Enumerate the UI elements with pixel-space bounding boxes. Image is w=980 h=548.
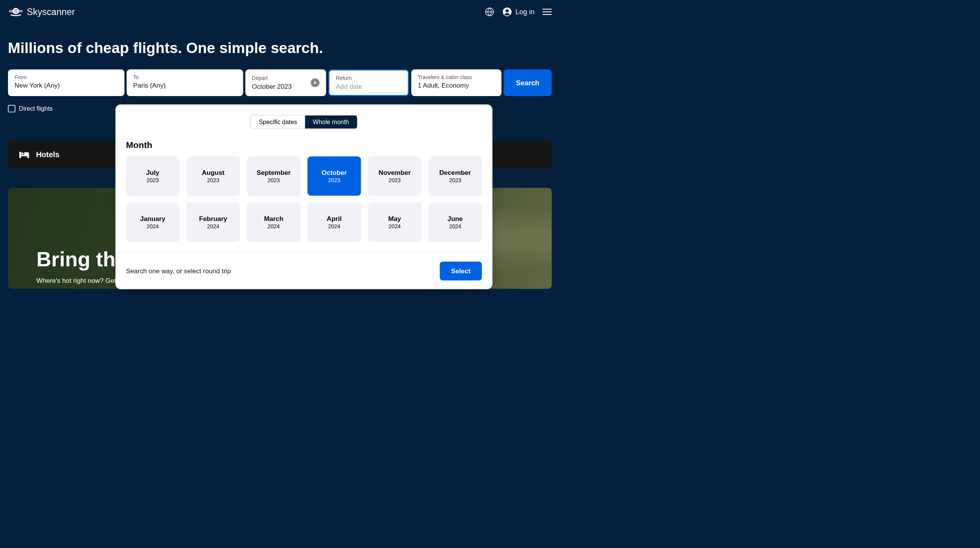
depart-label: Depart <box>252 75 292 81</box>
month-year: 2023 <box>251 177 296 184</box>
month-year: 2024 <box>191 223 236 230</box>
month-option[interactable]: July2023 <box>126 156 179 196</box>
month-option[interactable]: November2023 <box>368 156 421 196</box>
month-option[interactable]: February2024 <box>186 203 240 242</box>
travelers-field[interactable]: Travelers & cabin class 1 Adult, Economy <box>411 69 502 96</box>
search-button[interactable]: Search <box>504 69 552 96</box>
svg-point-7 <box>21 153 23 155</box>
bed-icon <box>19 151 29 159</box>
month-option[interactable]: October2023 <box>307 156 361 196</box>
depart-value: October 2023 <box>252 83 292 90</box>
month-option[interactable]: January2024 <box>126 203 179 242</box>
return-field[interactable]: Return Add date <box>328 69 409 96</box>
login-button[interactable]: Log in <box>502 7 535 17</box>
month-year: 2024 <box>130 223 175 230</box>
brand-name: Skyscanner <box>27 7 75 17</box>
tab-whole-month[interactable]: Whole month <box>305 115 357 128</box>
month-name: January <box>130 215 175 223</box>
month-year: 2024 <box>433 223 477 230</box>
month-option[interactable]: May2024 <box>368 203 421 242</box>
header-actions: Log in <box>485 7 551 17</box>
month-year: 2024 <box>372 223 417 230</box>
globe-icon[interactable] <box>485 7 494 17</box>
footer-hint: Search one way, or select round trip <box>126 267 231 274</box>
clear-depart-icon[interactable] <box>311 78 319 87</box>
depart-field[interactable]: Depart October 2023 <box>245 69 326 96</box>
month-year: 2023 <box>312 177 356 184</box>
month-name: June <box>433 215 477 223</box>
from-field[interactable]: From New York (Any) <box>8 69 125 96</box>
skyscanner-logo-icon <box>8 7 24 17</box>
hotels-label: Hotels <box>36 150 60 159</box>
svg-point-3 <box>505 9 508 12</box>
month-option[interactable]: June2024 <box>429 203 482 242</box>
to-label: To <box>133 74 237 80</box>
month-grid: July2023August2023September2023October20… <box>115 156 492 252</box>
month-name: July <box>130 169 175 176</box>
page-title: Millions of cheap flights. One simple se… <box>0 24 560 70</box>
from-label: From <box>15 74 118 80</box>
direct-flights-label: Direct flights <box>19 105 53 112</box>
travelers-label: Travelers & cabin class <box>418 74 495 80</box>
month-name: March <box>251 215 296 223</box>
tab-specific-dates[interactable]: Specific dates <box>251 115 305 128</box>
month-name: February <box>191 215 236 223</box>
promo-title: Bring the <box>37 247 127 271</box>
svg-rect-6 <box>27 155 29 158</box>
login-label: Log in <box>515 8 535 16</box>
month-option[interactable]: September2023 <box>247 156 301 196</box>
month-name: August <box>191 169 236 176</box>
from-value: New York (Any) <box>15 81 118 89</box>
logo[interactable]: Skyscanner <box>8 7 75 17</box>
direct-flights-checkbox[interactable] <box>8 105 15 112</box>
month-year: 2023 <box>372 177 417 184</box>
return-placeholder: Add date <box>336 83 401 90</box>
return-label: Return <box>336 75 401 81</box>
month-name: December <box>433 169 477 176</box>
datepicker-popup: Specific dates Whole month Month July202… <box>115 105 492 289</box>
month-option[interactable]: December2023 <box>429 156 482 196</box>
select-button[interactable]: Select <box>440 262 482 281</box>
header: Skyscanner Log in <box>0 0 560 24</box>
to-value: Paris (Any) <box>133 81 237 89</box>
datepicker-footer: Search one way, or select round trip Sel… <box>115 252 492 289</box>
month-name: April <box>312 215 356 223</box>
month-year: 2023 <box>433 177 477 184</box>
month-name: October <box>312 169 356 176</box>
month-option[interactable]: August2023 <box>186 156 240 196</box>
month-option[interactable]: April2024 <box>307 203 361 242</box>
menu-icon[interactable] <box>543 9 552 15</box>
user-icon <box>502 7 512 17</box>
to-field[interactable]: To Paris (Any) <box>126 69 243 96</box>
month-option[interactable]: March2024 <box>247 203 301 242</box>
month-year: 2023 <box>191 177 236 184</box>
date-mode-tabs: Specific dates Whole month <box>115 105 492 136</box>
month-name: September <box>251 169 296 176</box>
search-form: From New York (Any) To Paris (Any) Depar… <box>0 69 560 100</box>
month-name: November <box>372 169 417 176</box>
month-year: 2023 <box>130 177 175 184</box>
month-section-title: Month <box>115 136 492 156</box>
travelers-value: 1 Adult, Economy <box>418 81 495 89</box>
month-year: 2024 <box>251 223 296 230</box>
month-year: 2024 <box>312 223 356 230</box>
month-name: May <box>372 215 417 223</box>
